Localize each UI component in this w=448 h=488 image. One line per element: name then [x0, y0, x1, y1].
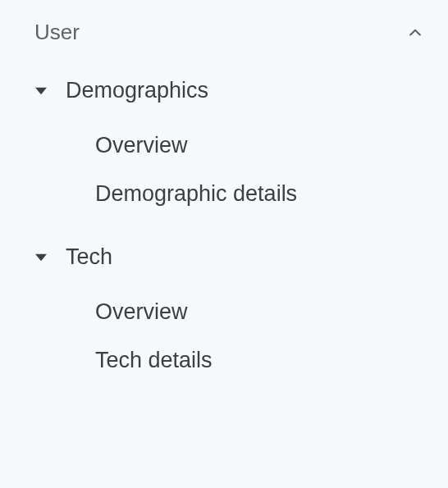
items-container: Overview Demographic details [0, 113, 448, 218]
subsection-header-demographics[interactable]: Demographics [0, 68, 448, 113]
section-header-label: User [34, 20, 80, 45]
item-label: Tech details [95, 348, 213, 372]
subsection-header-tech[interactable]: Tech [0, 235, 448, 280]
nav-item-demographic-details[interactable]: Demographic details [0, 170, 448, 218]
nav-item-demographics-overview[interactable]: Overview [0, 121, 448, 170]
items-container: Overview Tech details [0, 280, 448, 385]
subsection-label: Demographics [66, 78, 208, 103]
section-header-user[interactable]: User [0, 13, 448, 52]
nav-item-tech-details[interactable]: Tech details [0, 336, 448, 385]
svg-marker-0 [35, 87, 47, 93]
item-label: Overview [95, 299, 188, 324]
subsection-label: Tech [66, 244, 112, 270]
item-label: Demographic details [95, 181, 297, 206]
subsection-tech: Tech Overview Tech details [0, 218, 448, 385]
chevron-up-icon [405, 23, 425, 43]
svg-marker-1 [35, 253, 47, 260]
item-label: Overview [95, 133, 188, 157]
nav-item-tech-overview[interactable]: Overview [0, 288, 448, 336]
caret-down-icon [33, 85, 49, 97]
caret-down-icon [33, 252, 49, 263]
subsection-demographics: Demographics Overview Demographic detail… [0, 52, 448, 218]
